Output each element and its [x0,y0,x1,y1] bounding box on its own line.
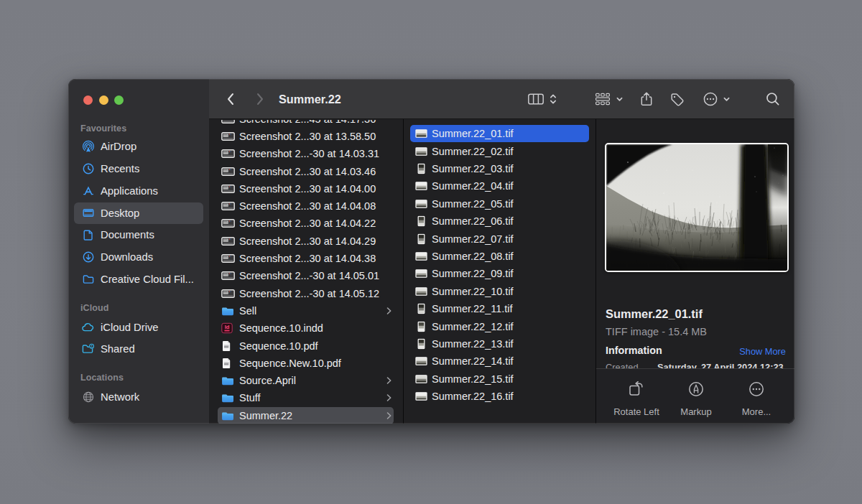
svg-text:Id: Id [225,325,230,331]
